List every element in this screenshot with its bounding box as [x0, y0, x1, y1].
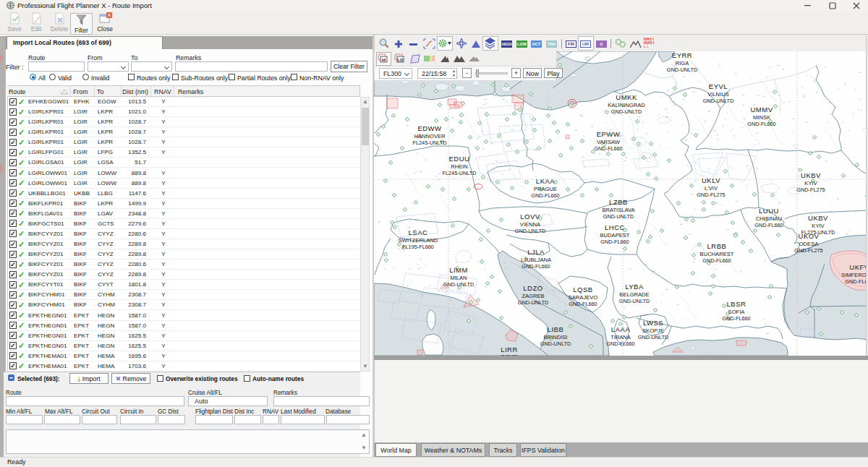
svg-text:FL245-UNLTD: FL245-UNLTD: [443, 170, 477, 176]
svg-text:LIBB: LIBB: [548, 325, 564, 333]
svg-text:LJUBLJANA: LJUBLJANA: [521, 257, 552, 263]
svg-text:UMMV: UMMV: [750, 106, 773, 113]
svg-text:GND-FL660: GND-FL660: [522, 263, 550, 270]
svg-text:HI: HI: [382, 58, 386, 62]
svg-text:LO: LO: [398, 58, 404, 62]
svg-text:GND-UNLTD: GND-UNLTD: [518, 299, 548, 306]
svg-text:VARSAW: VARSAW: [597, 139, 621, 145]
svg-text:VIENNA: VIENNA: [520, 221, 541, 228]
svg-text:UKOV: UKOV: [799, 232, 820, 240]
svg-text:GND-FL660: GND-FL660: [600, 239, 629, 245]
svg-text:LUUU: LUUU: [759, 207, 779, 215]
svg-text:FL245-UNLTD: FL245-UNLTD: [413, 140, 447, 146]
svg-text:ZAGREB: ZAGREB: [522, 293, 544, 299]
svg-text:GND-UNLTD: GND-UNLTD: [540, 340, 571, 347]
svg-text:UKBV: UKBV: [808, 214, 828, 222]
svg-text:PRAGUE: PRAGUE: [534, 186, 557, 192]
svg-text:SARAJEVO: SARAJEVO: [569, 294, 598, 301]
svg-text:KYIV: KYIV: [804, 180, 817, 187]
svg-text:LZBB: LZBB: [609, 198, 628, 206]
svg-text:SKOPJE: SKOPJE: [642, 327, 664, 334]
svg-text:RIGA: RIGA: [676, 60, 690, 67]
svg-text:UMKK: UMKK: [616, 93, 637, 101]
svg-text:SIMFEROPOL: SIMFEROPOL: [841, 272, 868, 278]
svg-text:LWSS: LWSS: [643, 319, 663, 327]
svg-text:LDZO: LDZO: [523, 284, 542, 292]
svg-text:GND-FL660: GND-FL660: [531, 192, 559, 199]
svg-text:GND-FL275: GND-FL275: [794, 247, 822, 254]
svg-text:L'VIV: L'VIV: [705, 185, 718, 192]
svg-text:KYIV: KYIV: [812, 223, 825, 229]
svg-text:BUDAPEST: BUDAPEST: [600, 232, 630, 239]
svg-text:VILNIUS: VILNIUS: [707, 91, 729, 98]
svg-text:GND-UNLTD: GND-UNLTD: [667, 67, 697, 73]
svg-text:LQSB: LQSB: [573, 286, 592, 294]
svg-text:LSAC: LSAC: [409, 228, 428, 236]
svg-text:GND-UNLTD: GND-UNLTD: [703, 98, 733, 104]
svg-text:SOFIA: SOFIA: [728, 309, 746, 315]
svg-text:LAAA: LAAA: [611, 325, 630, 333]
svg-text:EYVL: EYVL: [709, 82, 728, 90]
svg-text:HANNOVER: HANNOVER: [414, 133, 446, 140]
svg-text:ODESA: ODESA: [799, 241, 820, 247]
svg-text:GND-FL660: GND-FL660: [569, 301, 597, 307]
svg-text:UKLV: UKLV: [702, 176, 720, 184]
svg-text:GND-UNLTD: GND-UNLTD: [603, 213, 634, 220]
svg-text:LKAA: LKAA: [536, 177, 555, 185]
svg-text:GND-FL660: GND-FL660: [754, 222, 783, 228]
svg-text:LIMM: LIMM: [449, 266, 468, 274]
svg-text:BRATISLAVA: BRATISLAVA: [602, 207, 635, 213]
svg-text:EDWW: EDWW: [417, 124, 441, 132]
svg-text:EPWW: EPWW: [597, 130, 621, 138]
svg-text:TIRANA: TIRANA: [610, 334, 631, 340]
svg-text:GND-FL660: GND-FL660: [722, 315, 750, 322]
svg-text:EYRR: EYRR: [672, 51, 692, 59]
svg-text:LIRR: LIRR: [501, 346, 518, 354]
svg-text:LJLA: LJLA: [527, 248, 545, 256]
svg-text:GND-UNLTD: GND-UNLTD: [443, 281, 474, 288]
svg-text:CHISINAU: CHISINAU: [756, 215, 782, 222]
svg-text:KALININGRAD: KALININGRAD: [608, 102, 645, 108]
svg-text:GND-UNLTD: GND-UNLTD: [611, 108, 642, 115]
svg-text:MILAN: MILAN: [450, 275, 467, 281]
svg-text:UKBV: UKBV: [801, 171, 821, 179]
svg-text:GND-FL275: GND-FL275: [796, 187, 825, 193]
svg-text:GND-UNLTD: GND-UNLTD: [515, 228, 545, 234]
svg-text:FL195-FL660: FL195-FL660: [402, 244, 434, 250]
svg-text:LRBB: LRBB: [707, 242, 727, 250]
svg-text:LYBA: LYBA: [625, 283, 644, 291]
svg-text:MINSK: MINSK: [753, 114, 770, 121]
svg-text:GND-FL275: GND-FL275: [697, 192, 725, 198]
svg-text:LHCC: LHCC: [605, 223, 625, 231]
svg-text:EDUU: EDUU: [449, 155, 470, 163]
svg-text:LOVV: LOVV: [520, 213, 540, 220]
svg-text:BUCHAREST: BUCHAREST: [700, 251, 734, 257]
svg-text:LBSR: LBSR: [727, 300, 746, 308]
svg-text:SWITZERLAND: SWITZERLAND: [399, 237, 438, 244]
svg-text:GND-UNLTD: GND-UNLTD: [638, 334, 668, 340]
svg-text:GND-UNLTD: GND-UNLTD: [619, 298, 650, 304]
svg-text:BRINDISI: BRINDISI: [544, 334, 568, 340]
svg-text:GND-FL660: GND-FL660: [845, 278, 868, 285]
svg-text:GND-FL660: GND-FL660: [594, 145, 622, 152]
svg-text:GND-FL660: GND-FL660: [702, 257, 731, 264]
svg-text:BELGRADE: BELGRADE: [619, 291, 649, 298]
svg-text:GND-FL660: GND-FL660: [606, 340, 634, 347]
svg-text:RHEIN: RHEIN: [451, 163, 468, 170]
svg-text:GND-FL660: GND-FL660: [747, 121, 775, 127]
